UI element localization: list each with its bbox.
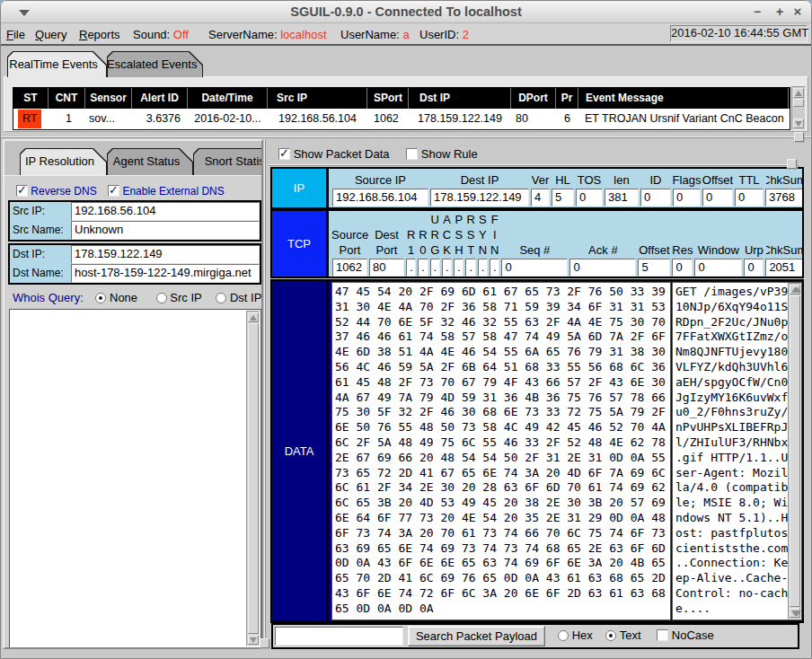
dst-value-input[interactable]: host-178-159-122-149.mirgiga.net (71, 264, 260, 283)
column-header[interactable]: CNT (49, 88, 85, 109)
column-header[interactable]: Pr (556, 88, 578, 109)
field-value-input[interactable]: . (465, 259, 475, 277)
field-value-input[interactable]: 5 (552, 189, 574, 206)
column-header[interactable]: DPort (511, 88, 556, 109)
panel-sash-handle[interactable] (260, 638, 269, 648)
field-value-input[interactable]: 178.159.122.149 (430, 189, 529, 206)
column-header[interactable]: Dst IP (409, 88, 511, 109)
hex-radio[interactable]: Hex (558, 628, 593, 642)
field-value-input[interactable]: . (430, 259, 440, 277)
dst-label: Dst Name: (10, 264, 71, 283)
tab-ip-resolution[interactable]: IP Resolution (20, 148, 107, 175)
field-value-input[interactable]: 0 (672, 259, 693, 277)
maximize-button[interactable]: + (771, 1, 789, 22)
dns-checkbox-row: ✓ Reverse DNS ✓ Enable External DNS (16, 185, 225, 198)
field-value-input[interactable]: . (478, 259, 488, 277)
menu-reports[interactable]: Reports (79, 28, 120, 41)
field-value-input[interactable]: . (442, 259, 452, 277)
ascii-dump[interactable]: GET /images/vP3910NJp/6XqY94o11SRDpn_2F2… (672, 282, 802, 620)
whois-result-area[interactable] (9, 309, 261, 648)
hex-row: 6F 73 74 3A 20 70 61 73 74 66 70 6C 75 7… (332, 526, 670, 541)
sguil-window: SGUIL-0.9.0 - Connected To localhost − +… (0, 0, 812, 659)
column-header[interactable]: Event Message (578, 88, 789, 109)
user-id: UserID: 2 (419, 28, 469, 41)
whois-dstip-radio[interactable]: Dst IP (216, 291, 261, 304)
src-value-input[interactable]: 192.168.56.104 (71, 202, 260, 221)
status-badge: RT (18, 110, 41, 128)
field-value-input[interactable]: 5 (638, 259, 670, 277)
tab-agent-status[interactable]: Agent Status (107, 148, 193, 175)
tab-escalated-events[interactable]: Escalated Events (107, 51, 203, 77)
field-value-input[interactable]: 0 (569, 259, 636, 277)
column-header[interactable]: SPort (367, 88, 409, 109)
field-value-input[interactable]: 381 (605, 189, 639, 206)
src-label: Src IP: (10, 202, 71, 221)
close-button[interactable]: × (789, 1, 807, 22)
field-header: Offset (702, 172, 734, 188)
column-header[interactable]: Date/Time (188, 88, 268, 109)
field-value-input[interactable]: 0 (744, 259, 763, 277)
field-header: S (453, 227, 464, 242)
menu-file[interactable]: File (6, 28, 25, 41)
whois-scrollbar[interactable] (246, 311, 260, 646)
field-value-input[interactable]: . (490, 259, 499, 277)
show-packet-data-checkbox[interactable]: ✓ Show Packet Data (278, 147, 390, 161)
field-value-input[interactable]: 0 (501, 259, 568, 277)
field-header: T (464, 242, 476, 258)
tab-snort-statistics[interactable]: Snort Statistics (193, 148, 263, 175)
payload-scrollbar[interactable] (788, 283, 801, 619)
whois-none-radio[interactable]: None (95, 291, 137, 304)
field-value-input[interactable]: 80 (369, 259, 404, 277)
column-header[interactable]: ST (13, 88, 49, 109)
search-payload-input[interactable] (275, 627, 403, 646)
menu-query[interactable]: Query (35, 28, 66, 41)
show-rule-checkbox[interactable]: Show Rule (406, 147, 478, 161)
field-value-input[interactable]: 0 (702, 189, 733, 206)
event-row[interactable]: RT1sov...3.63762016-02-10...192.168.56.1… (13, 109, 790, 129)
field-value-input[interactable]: 0 (694, 259, 742, 277)
field-value-input[interactable]: . (418, 259, 428, 277)
dst-label: Dst IP: (10, 245, 71, 264)
text-radio[interactable]: Text (605, 628, 640, 642)
whois-srcip-radio[interactable]: Src IP (156, 291, 202, 304)
src-value-input[interactable]: Unknown (71, 221, 260, 240)
field-value-input[interactable]: 0 (673, 189, 701, 206)
field-value-input[interactable]: 1062 (332, 259, 367, 277)
field-value-input[interactable]: 192.168.56.104 (332, 189, 428, 206)
reverse-dns-checkbox[interactable]: ✓ Reverse DNS (16, 185, 97, 198)
field-value-input[interactable]: 0 (576, 189, 603, 206)
dst-value-input[interactable]: 178.159.122.149 (71, 245, 260, 264)
field-value-input[interactable]: 0 (640, 189, 671, 206)
tab-realtime-events[interactable]: RealTime Events (7, 51, 107, 77)
field-header: Res (671, 242, 693, 258)
enable-external-dns-checkbox[interactable]: ✓ Enable External DNS (108, 185, 225, 198)
column-header[interactable]: Alert ID (132, 88, 188, 109)
main-sash-handle[interactable] (794, 132, 804, 142)
packet-sash-handle[interactable] (787, 159, 797, 169)
hex-dump[interactable]: 47 45 54 20 2F 69 6D 61 67 65 73 2F 76 5… (331, 282, 671, 620)
hex-row: 65 70 2D 41 6C 69 76 65 0D 0A 43 61 63 6… (332, 571, 670, 586)
events-panel: STCNTSensorAlert IDDate/TimeSrc IPSPortD… (4, 76, 808, 132)
field-value-input[interactable]: 0 (735, 189, 763, 206)
column-header[interactable]: Src IP (268, 88, 367, 109)
ascii-row: aEH/spgyOCfW/Cn0 (673, 375, 801, 391)
field-value-input[interactable]: . (454, 259, 463, 277)
field-header: N (477, 242, 489, 258)
field-header: R (417, 227, 428, 242)
field-value-input[interactable]: 3768 (765, 189, 802, 206)
tcp-header-table: TCP SourcePort1062DestPort80R1.R0.URG.AC… (270, 209, 804, 278)
hex-row: 61 45 48 2F 73 70 67 79 4F 43 66 57 2F 4… (332, 375, 670, 391)
events-scrollbar[interactable] (791, 86, 806, 130)
field-value-input[interactable]: . (406, 259, 416, 277)
ascii-row: 10NJp/6XqY94o11S (673, 300, 801, 315)
field-header: N (489, 242, 500, 258)
field-value-input[interactable]: 4 (531, 189, 550, 206)
search-payload-button[interactable]: Search Packet Payload (408, 626, 545, 646)
nocase-checkbox[interactable]: NoCase (657, 628, 714, 642)
hex-row: 0D 0A 43 6F 6E 6E 65 63 74 69 6F 6E 3A 2… (332, 556, 670, 571)
minimize-button[interactable]: − (748, 1, 766, 22)
field-value-input[interactable]: 2051 (765, 259, 802, 277)
packet-sash[interactable] (269, 164, 799, 166)
column-header[interactable]: Sensor (85, 88, 132, 109)
field-header: Source IP (331, 172, 429, 188)
